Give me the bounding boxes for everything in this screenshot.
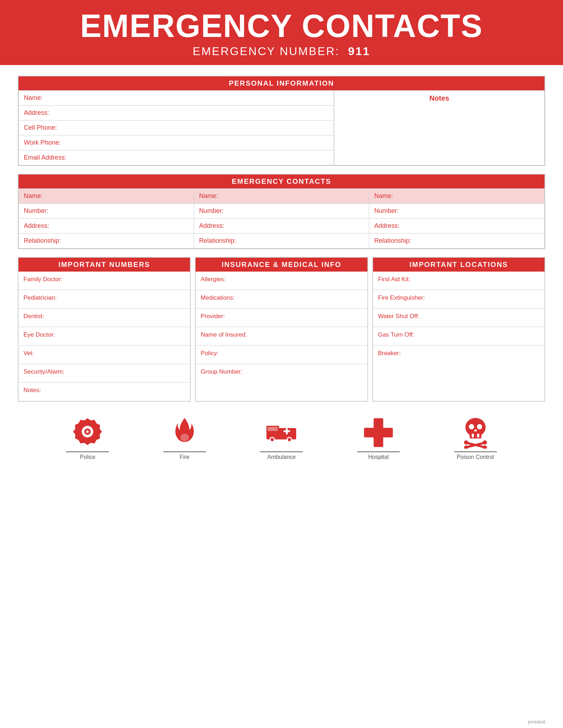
dentist-field: Dentist: [18, 309, 190, 327]
group-number-field: Group Number: [196, 364, 367, 382]
family-doctor-field: Family Doctor: [18, 272, 190, 290]
ec-name-1: Name: [19, 189, 194, 204]
police-label: Police [66, 451, 109, 460]
important-locations-header: IMPORTANT LOCATIONS [373, 258, 545, 272]
icons-footer: ★ Police Fire [18, 410, 545, 464]
allergies-field: Allergies: [196, 272, 367, 290]
ec-number-3: Number: [369, 204, 545, 219]
table-row: Relationship: Relationship: Relationship… [19, 234, 545, 248]
provider-field: Provider: [196, 309, 367, 327]
ec-relationship-1: Relationship: [19, 234, 194, 248]
fire-icon [169, 417, 201, 449]
insurance-medical-section: INSURANCE & MEDICAL INFO Allergies: Medi… [195, 257, 368, 402]
personal-info-table: Name: Notes Address: Cell Phone: Work Ph… [18, 90, 545, 165]
table-row: Number: Number: Number: [19, 204, 545, 219]
important-locations-section: IMPORTANT LOCATIONS First Aid Kit: Fire … [372, 257, 545, 402]
svg-point-25 [464, 440, 468, 445]
ambulance-label: Ambulance [260, 451, 303, 460]
security-alarm-field: Security/Alarm: [18, 364, 190, 382]
emergency-contacts-header: EMERGENCY CONTACTS [18, 175, 545, 188]
eye-doctor-field: Eye Doctor: [18, 327, 190, 346]
emergency-contacts-table: Name: Name: Name: Number: Number: Number… [18, 188, 545, 248]
table-row: Address: Address: Address: [19, 219, 545, 234]
important-numbers-header: IMPORTANT NUMBERS [18, 258, 190, 272]
svg-rect-18 [472, 434, 474, 438]
policy-field: Policy: [196, 346, 367, 364]
personal-info-header: PERSONAL INFORMATION [18, 76, 545, 90]
svg-rect-19 [477, 434, 479, 438]
notes-field-numbers: Notes: [18, 382, 190, 401]
svg-rect-15 [364, 428, 393, 438]
hospital-label: Hospital [357, 451, 400, 460]
fire-extinguisher-field: Fire Extinguisher: [373, 290, 545, 309]
svg-point-3 [180, 434, 189, 441]
police-icon: ★ [71, 417, 103, 449]
important-numbers-section: IMPORTANT NUMBERS Family Doctor: Pediatr… [18, 257, 191, 402]
email-field: Email Address: [19, 150, 334, 165]
ec-address-1: Address: [19, 219, 194, 234]
hospital-icon-item: Hospital [357, 417, 400, 460]
ambulance-icon [265, 417, 297, 449]
watermark: printabull [0, 719, 563, 728]
work-phone-field: Work Phone: [19, 135, 334, 150]
svg-point-21 [477, 424, 482, 429]
svg-point-12 [288, 438, 291, 441]
ambulance-icon-item: Ambulance [260, 417, 303, 460]
ec-relationship-2: Relationship: [194, 234, 369, 248]
vet-field: Vet: [18, 346, 190, 364]
emergency-number: EMERGENCY NUMBER: 911 [14, 45, 549, 58]
table-row: Name: Name: Name: [19, 189, 545, 204]
emergency-contacts-section: EMERGENCY CONTACTS Name: Name: Name: Num… [18, 174, 545, 249]
ec-number-2: Number: [194, 204, 369, 219]
name-field: Name: [19, 91, 334, 106]
ec-number-1: Number: [19, 204, 194, 219]
table-row: Name: Notes [19, 91, 545, 106]
fire-label: Fire [163, 451, 206, 460]
address-field: Address: [19, 106, 334, 121]
main-content: PERSONAL INFORMATION Name: Notes Address… [0, 65, 563, 719]
breaker-field: Breaker: [373, 346, 545, 364]
svg-point-26 [483, 440, 487, 445]
header: EMERGENCY CONTACTS EMERGENCY NUMBER: 911 [0, 0, 563, 65]
hospital-icon [362, 417, 394, 449]
gas-turn-off-field: Gas Turn Off: [373, 327, 545, 346]
svg-rect-8 [286, 428, 288, 434]
svg-point-10 [271, 438, 274, 441]
ec-relationship-3: Relationship: [369, 234, 545, 248]
ec-address-3: Address: [369, 219, 545, 234]
poison-icon-item: Poison Control [454, 417, 497, 460]
personal-info-section: PERSONAL INFORMATION Name: Notes Address… [18, 76, 545, 166]
ec-name-2: Name: [194, 189, 369, 204]
pediatrician-field: Pediatrician: [18, 290, 190, 309]
water-shut-off-field: Water Shut Off: [373, 309, 545, 327]
page-title: EMERGENCY CONTACTS [14, 10, 549, 42]
ec-name-3: Name: [369, 189, 545, 204]
svg-text:★: ★ [85, 429, 90, 434]
notes-field: Notes [334, 91, 544, 165]
svg-point-22 [474, 429, 477, 432]
svg-rect-6 [268, 427, 278, 431]
poison-label: Poison Control [454, 451, 497, 460]
medications-field: Medications: [196, 290, 367, 309]
three-col-section: IMPORTANT NUMBERS Family Doctor: Pediatr… [18, 257, 545, 402]
first-aid-kit-field: First Aid Kit: [373, 272, 545, 290]
fire-icon-item: Fire [163, 417, 206, 460]
name-of-insured-field: Name of Insured: [196, 327, 367, 346]
svg-rect-13 [279, 425, 284, 427]
cell-phone-field: Cell Phone: [19, 121, 334, 135]
poison-icon [460, 417, 492, 449]
ec-address-2: Address: [194, 219, 369, 234]
svg-point-20 [469, 424, 474, 429]
svg-rect-17 [469, 433, 481, 439]
insurance-medical-header: INSURANCE & MEDICAL INFO [196, 258, 367, 272]
police-icon-item: ★ Police [66, 417, 109, 460]
